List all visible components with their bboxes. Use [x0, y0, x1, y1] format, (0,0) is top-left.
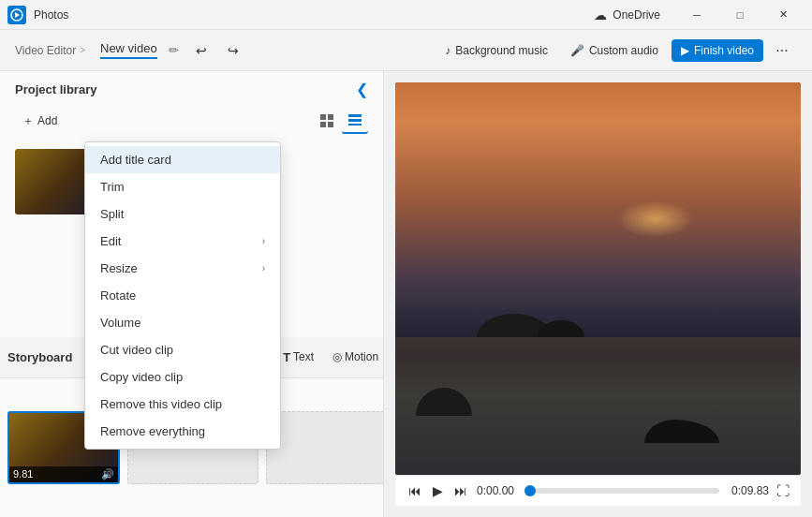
add-icon: ＋ — [22, 113, 34, 129]
grid-view-button[interactable] — [314, 108, 340, 134]
background-music-button[interactable]: ♪ Background music — [436, 39, 557, 62]
menu-label-rotate: Rotate — [100, 288, 136, 303]
current-tab-label: New video — [100, 41, 157, 59]
menu-label-volume: Volume — [100, 316, 140, 330]
toolbar-actions: ♪ Background music 🎤 Custom audio ▶ Fini… — [436, 37, 797, 64]
svg-marker-1 — [15, 12, 20, 18]
svg-rect-2 — [320, 114, 326, 120]
menu-arrow-edit: › — [262, 236, 265, 246]
clip-time: 9.81 — [13, 468, 33, 480]
main-area: Project library ❮ ＋ Add ▶ — [0, 71, 812, 517]
menu-item-split[interactable]: Split — [85, 200, 280, 228]
custom-audio-button[interactable]: 🎤 Custom audio — [561, 39, 668, 62]
titlebar: Photos ☁ OneDrive ─ □ ✕ — [0, 0, 812, 30]
menu-item-rotate[interactable]: Rotate — [85, 282, 280, 309]
end-time: 0:09.83 — [727, 484, 769, 497]
minimize-button[interactable]: ─ — [675, 0, 718, 30]
fullscreen-button[interactable]: ⛶ — [776, 483, 790, 498]
left-panel: Project library ❮ ＋ Add ▶ — [0, 71, 384, 517]
music-icon: ♪ — [445, 44, 450, 57]
menu-item-remove-clip[interactable]: Remove this video clip — [85, 391, 280, 418]
finish-icon: ▶ — [681, 44, 689, 57]
video-preview — [395, 82, 801, 475]
text-label: Text — [293, 350, 314, 363]
breadcrumb: Video Editor > — [15, 44, 85, 57]
menu-label-resize: Resize — [100, 261, 138, 275]
menu-item-resize[interactable]: Resize › — [85, 255, 280, 282]
progress-bar[interactable] — [526, 488, 719, 494]
menu-label-remove-clip: Remove this video clip — [100, 397, 222, 411]
empty-slot-2 — [266, 411, 383, 484]
app-title: Photos — [34, 8, 594, 22]
skip-back-button[interactable]: ⏮ — [406, 481, 423, 500]
cloud-icon: ☁ — [594, 7, 607, 22]
motion-label: Motion — [345, 350, 378, 363]
titlebar-controls: ─ □ ✕ — [675, 0, 805, 30]
progress-thumb[interactable] — [524, 485, 536, 496]
undo-button[interactable]: ↩ — [186, 37, 216, 64]
menu-label-edit: Edit — [100, 234, 121, 248]
background-music-label: Background music — [455, 44, 548, 57]
menu-item-edit[interactable]: Edit › — [85, 228, 280, 255]
storyboard-motion-button[interactable]: ◎ Motion — [325, 347, 383, 367]
list-view-button[interactable] — [342, 108, 368, 134]
svg-rect-3 — [328, 114, 333, 120]
menu-item-cut-clip[interactable]: Cut video clip — [85, 336, 280, 363]
menu-item-copy-clip[interactable]: Copy video clip — [85, 363, 280, 391]
menu-label-copy-clip: Copy video clip — [100, 370, 183, 384]
undo-redo-group: ↩ ↪ — [186, 37, 248, 64]
collapse-panel-button[interactable]: ❮ — [356, 81, 368, 98]
clip-audio-icon: 🔊 — [101, 468, 114, 480]
custom-audio-label: Custom audio — [589, 44, 658, 57]
onedrive-area: ☁ OneDrive — [594, 7, 660, 22]
storyboard-text-button[interactable]: T Text — [275, 347, 321, 368]
menu-item-add-title-card[interactable]: Add title card — [85, 146, 280, 173]
svg-rect-7 — [348, 119, 362, 122]
finish-video-button[interactable]: ▶ Finish video — [672, 39, 763, 62]
maximize-button[interactable]: □ — [718, 0, 761, 30]
nav-video-editor[interactable]: Video Editor — [15, 44, 76, 57]
nav-separator: > — [80, 45, 85, 55]
menu-item-trim[interactable]: Trim — [85, 173, 280, 200]
more-options-button[interactable]: ··· — [767, 37, 797, 64]
menu-item-volume[interactable]: Volume — [85, 309, 280, 336]
svg-rect-4 — [320, 122, 326, 127]
text-icon: T — [283, 350, 290, 364]
edit-title-icon[interactable]: ✏ — [169, 43, 179, 57]
add-label: Add — [37, 114, 57, 127]
finish-video-label: Finish video — [694, 44, 754, 57]
redo-button[interactable]: ↪ — [218, 37, 248, 64]
project-library-title: Project library — [15, 82, 96, 96]
video-background — [395, 82, 801, 475]
right-panel: ⏮ ▶ ⏭ 0:00.00 0:09.83 ⛶ — [384, 71, 812, 517]
menu-label-add-title-card: Add title card — [100, 153, 171, 167]
clip-info: 9.81 🔊 — [9, 466, 118, 482]
storyboard-title: Storyboard — [7, 350, 72, 364]
current-time: 0:00.00 — [477, 484, 519, 497]
add-media-button[interactable]: ＋ Add — [15, 111, 65, 132]
menu-label-split: Split — [100, 207, 124, 221]
skip-forward-button[interactable]: ⏭ — [452, 481, 469, 500]
view-toggle — [314, 108, 368, 134]
audio-icon: 🎤 — [570, 44, 584, 57]
video-controls: ⏮ ▶ ⏭ 0:00.00 0:09.83 ⛶ — [395, 475, 801, 506]
project-library-header: Project library ❮ — [0, 71, 383, 104]
svg-rect-8 — [348, 124, 362, 126]
play-button[interactable]: ▶ — [431, 481, 445, 500]
menu-arrow-resize: › — [262, 263, 265, 273]
library-content: ▶ Add title card Trim Split Edit › Re — [0, 141, 383, 337]
menu-label-remove-everything: Remove everything — [100, 424, 205, 438]
app-icon — [7, 6, 26, 24]
sun-glow — [618, 200, 693, 238]
motion-icon: ◎ — [332, 350, 342, 363]
toolbar: Video Editor > New video ✏ ↩ ↪ ♪ Backgro… — [0, 30, 812, 71]
library-toolbar: ＋ Add — [0, 104, 383, 141]
menu-label-trim: Trim — [100, 180, 125, 194]
close-button[interactable]: ✕ — [761, 0, 805, 30]
onedrive-label: OneDrive — [613, 8, 660, 22]
svg-rect-6 — [348, 114, 362, 117]
menu-item-remove-everything[interactable]: Remove everything — [85, 418, 280, 445]
menu-label-cut-clip: Cut video clip — [100, 343, 173, 357]
svg-rect-5 — [328, 122, 333, 127]
context-menu: Add title card Trim Split Edit › Resize … — [84, 141, 281, 450]
